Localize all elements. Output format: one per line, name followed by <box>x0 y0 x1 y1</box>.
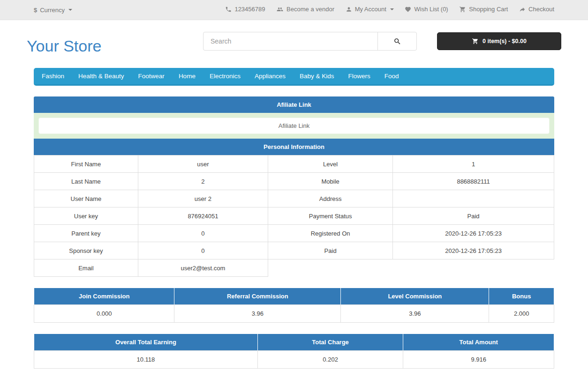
phone-icon <box>225 6 232 13</box>
field-label: User key <box>34 207 138 225</box>
cart-icon <box>472 38 479 44</box>
total-value: 0.202 <box>257 351 403 369</box>
share-arrow-icon <box>519 6 526 13</box>
main-content: Afiliate Link Afiliate Link Personal Inf… <box>27 96 561 385</box>
table-row: First Name user Level 1 <box>34 155 554 173</box>
field-label: Email <box>34 259 138 277</box>
column-header: Total Charge <box>257 334 403 351</box>
table-row: Email user2@test.com <box>34 259 554 277</box>
heart-icon <box>405 6 411 13</box>
field-value: user 2 <box>138 190 268 207</box>
commission-value: 3.96 <box>341 305 489 323</box>
shopping-cart-link[interactable]: Shopping Cart <box>459 6 508 13</box>
search-button[interactable] <box>377 32 417 51</box>
shopping-cart-label: Shopping Cart <box>469 6 508 13</box>
table-row: User Name user 2 Address <box>34 190 554 207</box>
become-vendor-link[interactable]: Become a vendor <box>276 6 334 13</box>
personal-information-table: First Name user Level 1 Last Name 2 Mobi… <box>34 155 554 277</box>
menu-item-flowers[interactable]: Flowers <box>341 68 377 84</box>
become-vendor-label: Become a vendor <box>286 6 334 13</box>
field-label: Payment Status <box>268 207 393 225</box>
field-value: user2@test.com <box>138 259 268 277</box>
my-account-label: My Account <box>355 6 386 13</box>
affiliate-link-section: Afiliate Link <box>34 113 554 139</box>
commission-value: 3.96 <box>174 305 341 323</box>
field-label: Last Name <box>34 173 138 190</box>
wish-list-link[interactable]: Wish List (0) <box>405 6 448 13</box>
site-header: Your Store 0 item(s) - $0.00 <box>0 20 588 68</box>
total-value: 9.916 <box>403 351 554 369</box>
empty-cell <box>268 259 554 277</box>
cart-total-button[interactable]: 0 item(s) - $0.00 <box>437 32 561 50</box>
caret-down-icon <box>68 9 72 11</box>
field-value: 2 <box>138 173 268 190</box>
affiliate-panel: Afiliate Link Afiliate Link Personal Inf… <box>34 96 554 277</box>
currency-label: Currency <box>40 7 65 14</box>
field-label: Level <box>268 155 393 173</box>
menu-item-home[interactable]: Home <box>172 68 203 84</box>
phone-number-text: 123456789 <box>234 6 265 13</box>
field-value: user <box>138 155 268 173</box>
table-row: 10.118 0.202 9.916 <box>34 351 554 369</box>
field-value: 2020-12-26 17:05:23 <box>393 242 554 259</box>
menu-item-footwear[interactable]: Footwear <box>131 68 172 84</box>
personal-information-heading: Personal Information <box>34 139 554 155</box>
commission-value: 0.000 <box>34 305 174 323</box>
phone-number: 123456789 <box>225 6 265 13</box>
field-value: 1 <box>393 155 554 173</box>
field-label: Parent key <box>34 225 138 242</box>
total-value: 10.118 <box>34 351 258 369</box>
column-header: Overall Total Earning <box>34 334 258 351</box>
checkout-label: Checkout <box>528 6 554 13</box>
field-label: First Name <box>34 155 138 173</box>
column-header: Total Amount <box>403 334 554 351</box>
field-label: User Name <box>34 190 138 207</box>
column-header: Referral Commission <box>174 288 341 305</box>
menu-item-appliances[interactable]: Appliances <box>248 68 293 84</box>
currency-selector[interactable]: $ Currency <box>34 7 72 14</box>
search-box <box>203 32 417 51</box>
column-header: Bonus <box>489 288 554 305</box>
search-icon <box>393 37 401 45</box>
field-label: Paid <box>268 242 393 259</box>
wish-list-label: Wish List (0) <box>414 6 448 13</box>
table-row: Parent key 0 Registered On 2020-12-26 17… <box>34 225 554 242</box>
field-value: 0 <box>138 242 268 259</box>
store-logo[interactable]: Your Store <box>27 37 101 55</box>
menu-item-baby-kids[interactable]: Baby & Kids <box>293 68 341 84</box>
cart-total-label: 0 item(s) - $0.00 <box>482 38 527 44</box>
my-account-menu[interactable]: My Account <box>346 6 394 13</box>
search-input[interactable] <box>203 32 378 51</box>
main-menu: Fashion Health & Beauty Footwear Home El… <box>34 68 554 86</box>
affiliate-link-heading: Afiliate Link <box>34 96 554 113</box>
field-value: 0 <box>138 225 268 242</box>
menu-item-electronics[interactable]: Electronics <box>203 68 248 84</box>
users-icon <box>276 6 284 13</box>
affiliate-link-value[interactable]: Afiliate Link <box>38 118 550 134</box>
field-value <box>393 190 554 207</box>
field-value: 8868882111 <box>393 173 554 190</box>
column-header: Join Commission <box>34 288 174 305</box>
table-row: Sponsor key 0 Paid 2020-12-26 17:05:23 <box>34 242 554 259</box>
field-label: Mobile <box>268 173 393 190</box>
cart-icon <box>459 6 466 13</box>
field-value: 2020-12-26 17:05:23 <box>393 225 554 242</box>
commission-table: Join Commission Referral Commission Leve… <box>34 288 554 323</box>
top-bar: $ Currency 123456789 Become a vendor My … <box>0 0 588 20</box>
table-row: User key 876924051 Payment Status Paid <box>34 207 554 225</box>
totals-table: Overall Total Earning Total Charge Total… <box>34 333 554 369</box>
table-header-row: Join Commission Referral Commission Leve… <box>34 288 554 305</box>
dollar-icon: $ <box>34 7 37 14</box>
table-row: 0.000 3.96 3.96 2.000 <box>34 305 554 323</box>
checkout-link[interactable]: Checkout <box>519 6 554 13</box>
menu-item-health-beauty[interactable]: Health & Beauty <box>71 68 131 84</box>
user-icon <box>346 6 352 13</box>
menu-item-fashion[interactable]: Fashion <box>35 68 71 84</box>
field-label: Sponsor key <box>34 242 138 259</box>
field-label: Registered On <box>268 225 393 242</box>
commission-value: 2.000 <box>489 305 554 323</box>
table-header-row: Overall Total Earning Total Charge Total… <box>34 334 554 351</box>
field-label: Address <box>268 190 393 207</box>
field-value: 876924051 <box>138 207 268 225</box>
menu-item-food[interactable]: Food <box>377 68 406 84</box>
